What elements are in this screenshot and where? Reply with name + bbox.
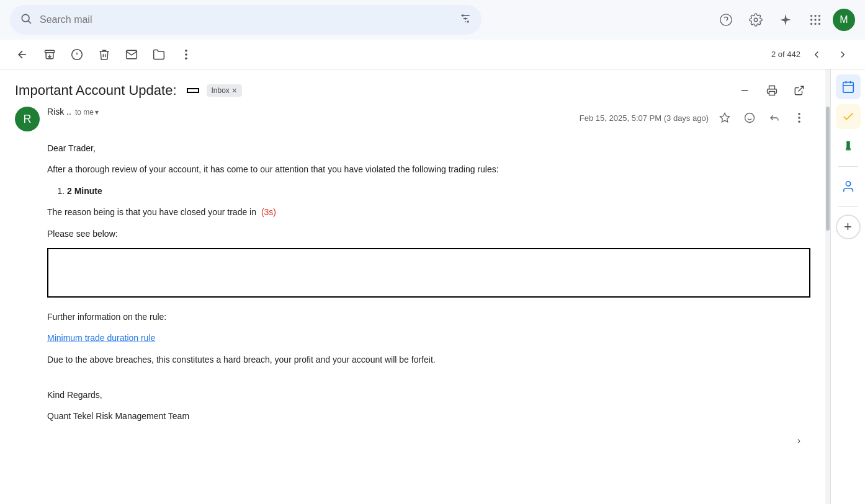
move-to-button[interactable]	[146, 43, 171, 66]
prev-email-button[interactable]	[804, 43, 829, 66]
sidebar-divider	[838, 166, 858, 167]
svg-point-28	[185, 57, 187, 60]
email-date: Feb 15, 2025, 5:07 PM (3 days ago)	[580, 113, 709, 123]
content-placeholder-box	[47, 248, 810, 298]
apps-button[interactable]	[803, 7, 828, 32]
minimize-button[interactable]	[733, 79, 756, 102]
sender-info: Risk .. to me ▾	[47, 107, 572, 117]
subject-right-icons	[733, 79, 810, 102]
further-info: Further information on the rule:	[47, 310, 810, 324]
back-button[interactable]	[10, 43, 35, 66]
open-in-new-button[interactable]	[788, 79, 810, 102]
rule-item-1: 2 Minute	[67, 184, 810, 198]
more-actions-button[interactable]	[174, 43, 199, 66]
inbox-label: Inbox	[212, 86, 230, 95]
svg-point-13	[818, 15, 820, 17]
reply-button[interactable]	[763, 107, 786, 129]
sidebar-keep-button[interactable]	[836, 134, 861, 159]
main-layout: Important Account Update: Inbox ×	[0, 69, 865, 504]
sender-action-icons	[714, 107, 810, 129]
inbox-tag-close[interactable]: ×	[232, 86, 237, 95]
rule-list: 2 Minute	[67, 184, 810, 198]
sender-row: R Risk .. to me ▾ Feb 15, 2025, 5:07 PM …	[15, 107, 810, 131]
svg-point-5	[462, 14, 464, 16]
para2-prefix: The reason being is that you have closed…	[47, 207, 256, 217]
user-avatar[interactable]: M	[833, 9, 855, 31]
closing-2: Quant Tekel Risk Management Team	[47, 409, 810, 423]
help-button[interactable]	[714, 7, 738, 32]
subject-highlight-box	[187, 88, 199, 93]
svg-point-10	[754, 18, 758, 22]
svg-point-15	[814, 19, 816, 20]
pagination: 2 of 442	[771, 43, 855, 66]
email-subject: Important Account Update:	[15, 82, 177, 99]
sidebar-contacts-button[interactable]	[836, 174, 861, 199]
sender-avatar: R	[15, 107, 40, 131]
emoji-button[interactable]	[738, 107, 761, 129]
svg-point-17	[810, 23, 812, 25]
add-icon: +	[844, 219, 852, 235]
delete-button[interactable]	[92, 43, 117, 66]
sidebar-calendar-button[interactable]	[836, 74, 861, 99]
more-button[interactable]	[788, 107, 810, 129]
svg-point-36	[798, 113, 800, 115]
svg-point-14	[810, 19, 812, 20]
sender-to-label: to me	[75, 108, 94, 117]
report-button[interactable]	[65, 43, 89, 66]
inbox-tag: Inbox ×	[207, 84, 243, 97]
settings-button[interactable]	[743, 7, 768, 32]
svg-point-27	[185, 53, 187, 56]
email-toolbar: 2 of 442	[0, 40, 865, 69]
sparkle-button[interactable]	[773, 7, 798, 32]
next-email-button[interactable]	[830, 43, 855, 66]
svg-point-18	[814, 23, 816, 25]
svg-line-1	[29, 20, 31, 23]
svg-point-11	[810, 15, 812, 17]
email-body: Dear Trader, After a thorough review of …	[15, 141, 810, 423]
filter-icon[interactable]	[459, 12, 472, 28]
email-content: Important Account Update: Inbox ×	[0, 69, 825, 504]
subject-row: Important Account Update: Inbox ×	[15, 69, 810, 107]
svg-point-37	[798, 117, 800, 119]
sidebar-tasks-button[interactable]	[836, 104, 861, 129]
search-icon	[20, 12, 32, 28]
breach-text: Due to the above breaches, this constitu…	[47, 353, 810, 366]
print-button[interactable]	[761, 79, 783, 102]
svg-point-38	[798, 121, 800, 123]
rule-text: 2 Minute	[67, 186, 102, 196]
svg-point-0	[22, 14, 29, 22]
svg-marker-32	[720, 113, 730, 122]
svg-rect-30	[769, 92, 775, 95]
svg-point-26	[185, 49, 187, 51]
sidebar-add-button[interactable]: +	[836, 214, 861, 239]
more-chevron-button[interactable]: ›	[797, 435, 800, 446]
para3: Please see below:	[47, 227, 810, 241]
svg-rect-43	[846, 150, 850, 151]
svg-point-12	[814, 15, 816, 17]
svg-point-44	[846, 182, 850, 186]
search-input[interactable]	[40, 14, 452, 25]
para1: After a thorough review of your account,…	[47, 162, 810, 176]
sender-to-chevron: ▾	[95, 108, 99, 117]
archive-button[interactable]	[37, 43, 62, 66]
star-button[interactable]	[714, 107, 736, 129]
svg-point-16	[818, 19, 820, 20]
scrollbar[interactable]	[825, 69, 830, 504]
svg-point-7	[467, 20, 469, 22]
mark-unread-button[interactable]	[119, 43, 144, 66]
greeting: Dear Trader,	[47, 141, 810, 155]
scroll-thumb[interactable]	[826, 107, 830, 231]
search-box	[10, 5, 482, 35]
sender-name-row: Risk .. to me ▾	[47, 107, 572, 117]
svg-point-33	[745, 113, 755, 123]
svg-point-6	[464, 17, 466, 19]
top-bar: M	[0, 0, 865, 40]
svg-point-8	[720, 14, 732, 25]
sender-name: Risk ..	[47, 107, 71, 117]
svg-point-19	[818, 23, 820, 25]
sender-to[interactable]: to me ▾	[75, 108, 99, 117]
rule-link[interactable]: Minimum trade duration rule	[47, 333, 155, 343]
svg-rect-39	[843, 82, 853, 93]
sidebar-divider-2	[838, 206, 858, 207]
pagination-info: 2 of 442	[771, 50, 800, 59]
